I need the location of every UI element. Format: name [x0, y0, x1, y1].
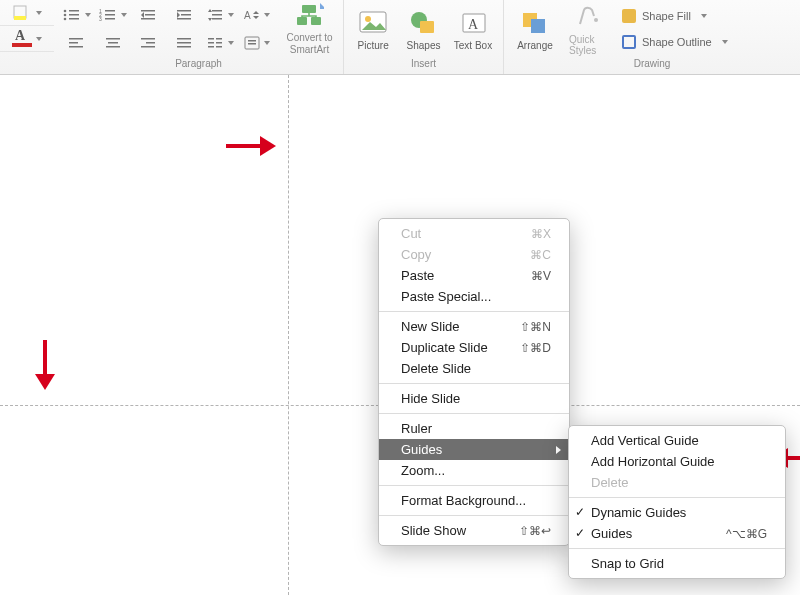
svg-rect-38: [141, 46, 155, 48]
align-right-button[interactable]: [132, 30, 166, 56]
submenu-add-horizontal-guide[interactable]: Add Horizontal Guide: [569, 451, 785, 472]
svg-point-6: [64, 18, 67, 21]
svg-point-63: [594, 18, 598, 22]
insert-shapes-button[interactable]: Shapes: [400, 8, 446, 51]
vertical-guide[interactable]: [288, 75, 289, 595]
menu-new-slide[interactable]: New Slide⇧⌘N: [379, 316, 569, 337]
quick-styles-button[interactable]: Quick Styles: [564, 2, 614, 56]
svg-rect-19: [181, 14, 191, 16]
svg-rect-41: [177, 46, 191, 48]
numbering-button[interactable]: 123: [96, 2, 130, 28]
pen-icon: [622, 35, 636, 49]
svg-rect-23: [212, 14, 222, 16]
svg-marker-25: [208, 9, 212, 12]
svg-rect-24: [212, 18, 222, 20]
menu-duplicate-slide[interactable]: Duplicate Slide⇧⌘D: [379, 337, 569, 358]
menu-sep: [569, 497, 785, 498]
insert-picture-button[interactable]: Picture: [350, 8, 396, 51]
align-left-button[interactable]: [60, 30, 94, 56]
annotation-arrow-down: [34, 340, 56, 394]
menu-paste[interactable]: Paste⌘V: [379, 265, 569, 286]
shape-fill-button[interactable]: Shape Fill: [622, 5, 728, 27]
svg-rect-33: [106, 38, 120, 40]
svg-rect-9: [105, 10, 115, 12]
svg-rect-7: [69, 18, 79, 20]
menu-copy: Copy⌘C: [379, 244, 569, 265]
menu-zoom[interactable]: Zoom...: [379, 460, 569, 481]
arrange-button[interactable]: Arrange: [510, 8, 560, 51]
incr-indent-button[interactable]: [168, 2, 202, 28]
svg-rect-46: [216, 42, 222, 44]
svg-rect-37: [146, 42, 155, 44]
bullets-button[interactable]: [60, 2, 94, 28]
svg-text:2: 2: [99, 12, 102, 18]
svg-rect-47: [216, 46, 222, 48]
ribbon-group-insert: Picture Shapes A Text Box Insert: [344, 0, 504, 74]
align-center-button[interactable]: [96, 30, 130, 56]
shape-outline-button[interactable]: Shape Outline: [622, 31, 728, 53]
font-color-button[interactable]: A: [0, 26, 54, 52]
highlight-color-button[interactable]: [0, 0, 54, 26]
svg-rect-20: [177, 18, 191, 20]
submenu-guides-toggle[interactable]: ✓Guides^⌥⌘G: [569, 523, 785, 544]
svg-rect-42: [208, 38, 214, 40]
columns-button[interactable]: [204, 30, 238, 56]
menu-sep: [379, 383, 569, 384]
svg-rect-45: [216, 38, 222, 40]
line-spacing-button[interactable]: [204, 2, 238, 28]
svg-rect-32: [69, 46, 83, 48]
chevron-down-icon: [121, 13, 127, 17]
submenu-snap-to-grid[interactable]: Snap to Grid: [569, 553, 785, 574]
submenu-dynamic-guides[interactable]: ✓Dynamic Guides: [569, 502, 785, 523]
menu-hide-slide[interactable]: Hide Slide: [379, 388, 569, 409]
text-direction-button[interactable]: A: [240, 2, 274, 28]
svg-rect-18: [177, 10, 191, 12]
svg-rect-51: [302, 5, 316, 13]
paragraph-align-cluster: 123 A: [60, 2, 274, 56]
check-icon: ✓: [575, 505, 585, 519]
submenu-add-vertical-guide[interactable]: Add Vertical Guide: [569, 430, 785, 451]
convert-smartart-button[interactable]: Convert to SmartArt: [282, 3, 337, 56]
svg-rect-49: [248, 40, 256, 42]
svg-point-2: [64, 10, 67, 13]
ribbon-left-strip: A: [0, 0, 54, 74]
chevron-down-icon: [228, 41, 234, 45]
align-text-vertical-button[interactable]: [240, 30, 274, 56]
picture-icon: [358, 8, 388, 38]
svg-point-56: [365, 16, 371, 22]
annotation-arrow-right: [226, 135, 280, 157]
decr-indent-button[interactable]: [132, 2, 166, 28]
quick-styles-icon: [574, 2, 604, 32]
menu-guides[interactable]: Guides: [379, 439, 569, 460]
svg-rect-31: [69, 42, 78, 44]
menu-sep: [379, 485, 569, 486]
chevron-down-icon: [36, 37, 42, 41]
menu-format-background[interactable]: Format Background...: [379, 490, 569, 511]
menu-sep: [379, 311, 569, 312]
submenu-delete-guide: Delete: [569, 472, 785, 493]
svg-rect-39: [177, 38, 191, 40]
bucket-icon: [622, 9, 636, 23]
svg-rect-48: [245, 37, 259, 49]
menu-sep: [569, 548, 785, 549]
svg-rect-16: [141, 18, 155, 20]
svg-rect-11: [105, 14, 115, 16]
menu-slide-show[interactable]: Slide Show⇧⌘↩: [379, 520, 569, 541]
svg-marker-26: [208, 18, 212, 21]
chevron-down-icon: [85, 13, 91, 17]
svg-rect-52: [297, 17, 307, 25]
svg-rect-43: [208, 42, 214, 44]
menu-sep: [379, 515, 569, 516]
svg-rect-22: [212, 10, 222, 12]
svg-marker-29: [253, 16, 259, 19]
menu-ruler[interactable]: Ruler: [379, 418, 569, 439]
align-justify-button[interactable]: [168, 30, 202, 56]
menu-delete-slide[interactable]: Delete Slide: [379, 358, 569, 379]
svg-rect-5: [69, 14, 79, 16]
group-label-drawing: Drawing: [504, 58, 800, 72]
svg-rect-13: [105, 18, 115, 20]
svg-rect-40: [177, 42, 191, 44]
svg-marker-54: [320, 3, 324, 9]
menu-paste-special[interactable]: Paste Special...: [379, 286, 569, 307]
insert-textbox-button[interactable]: A Text Box: [451, 8, 497, 51]
